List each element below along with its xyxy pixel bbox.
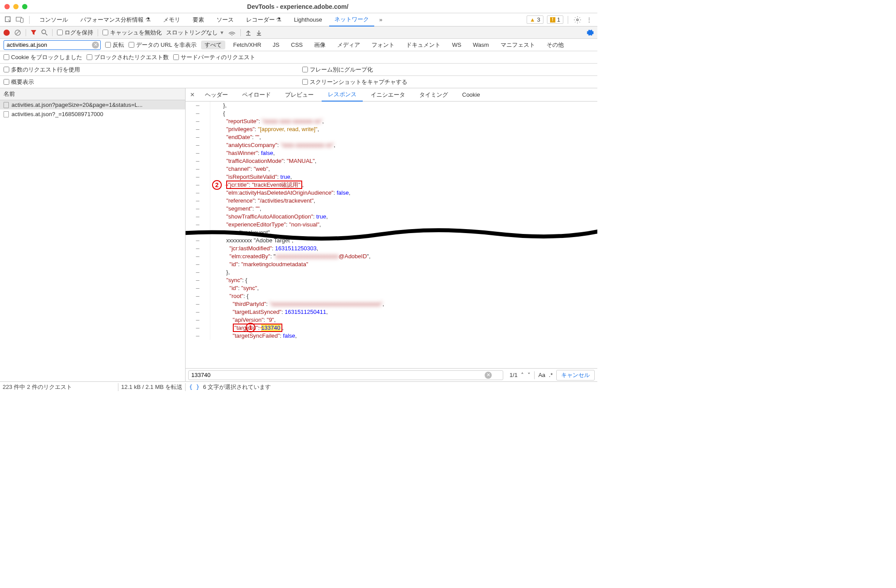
window-title: DevTools - experience.adobe.com/ bbox=[27, 3, 568, 10]
invert-checkbox[interactable]: 反転 bbox=[105, 41, 124, 49]
svg-point-3 bbox=[577, 19, 578, 21]
network-options-row2: 概要表示 スクリーンショットをキャプチャする bbox=[0, 76, 597, 88]
upload-har-icon[interactable] bbox=[245, 30, 251, 36]
network-settings-icon[interactable] bbox=[587, 29, 594, 36]
dtab-payload[interactable]: ペイロード bbox=[236, 88, 277, 102]
type-other[interactable]: その他 bbox=[543, 41, 567, 49]
network-filter-row2: Cookie をブロックしました ブロックされたリクエスト数 サードパーティのリ… bbox=[0, 51, 597, 64]
tab-elements[interactable]: 要素 bbox=[187, 13, 209, 26]
type-media[interactable]: メディア bbox=[334, 41, 364, 49]
blocked-cookies-checkbox[interactable]: Cookie をブロックしました bbox=[4, 53, 82, 61]
overview-checkbox[interactable]: 概要表示 bbox=[4, 78, 34, 86]
minimize-window-button[interactable] bbox=[13, 4, 19, 9]
search-next-icon[interactable]: ˅ bbox=[528, 372, 531, 378]
close-detail-icon[interactable]: ✕ bbox=[187, 90, 197, 100]
download-har-icon[interactable] bbox=[256, 30, 262, 36]
file-icon bbox=[4, 111, 9, 117]
request-row[interactable]: activities.at.json?pageSize=20&page=1&st… bbox=[0, 100, 185, 109]
svg-rect-2 bbox=[21, 18, 23, 23]
network-options-row1: 多数のリクエスト行を使用 フレーム別にグループ化 bbox=[0, 64, 597, 76]
network-main: 名前 activities.at.json?pageSize=20&page=1… bbox=[0, 88, 597, 381]
network-conditions-icon[interactable] bbox=[228, 30, 236, 36]
request-list-header: 名前 bbox=[0, 88, 185, 100]
status-request-count: 223 件中 2 件のリクエスト bbox=[3, 383, 115, 391]
warnings-badge[interactable]: ▲3 bbox=[527, 15, 543, 24]
type-js[interactable]: JS bbox=[269, 41, 283, 49]
preserve-log-checkbox[interactable]: ログを保持 bbox=[57, 29, 93, 37]
tab-memory[interactable]: メモリ bbox=[158, 13, 186, 26]
type-wasm[interactable]: Wasm bbox=[469, 41, 492, 49]
status-bar: 223 件中 2 件のリクエスト 12.1 kB / 2.1 MB を転送 { … bbox=[0, 381, 597, 392]
filter-icon[interactable] bbox=[30, 30, 37, 36]
request-row[interactable]: activities.at.json?_=1685089717000 bbox=[0, 109, 185, 119]
annotation-2: 2→ bbox=[212, 180, 229, 190]
more-tabs-icon[interactable]: » bbox=[376, 15, 386, 25]
type-font[interactable]: フォント bbox=[368, 41, 398, 49]
inspect-icon[interactable] bbox=[4, 15, 13, 25]
type-doc[interactable]: ドキュメント bbox=[402, 41, 444, 49]
response-body[interactable]: —————————————————————————————— }, { "rep… bbox=[186, 102, 597, 381]
blocked-requests-checkbox[interactable]: ブロックされたリクエスト数 bbox=[87, 53, 169, 61]
disable-cache-checkbox[interactable]: キャッシュを無効化 bbox=[103, 29, 162, 37]
svg-line-7 bbox=[46, 34, 47, 35]
type-fetch-xhr[interactable]: Fetch/XHR bbox=[230, 41, 265, 49]
match-case-toggle[interactable]: Aa bbox=[538, 372, 545, 378]
tab-perf-insights[interactable]: パフォーマンス分析情報 ⚗ bbox=[75, 13, 156, 26]
kebab-icon[interactable]: ⋮ bbox=[584, 15, 594, 25]
tab-network[interactable]: ネットワーク bbox=[329, 13, 374, 26]
zoom-window-button[interactable] bbox=[22, 4, 27, 9]
dtab-headers[interactable]: ヘッダー bbox=[199, 88, 234, 102]
third-party-checkbox[interactable]: サードパーティのリクエスト bbox=[173, 53, 255, 61]
clear-filter-icon[interactable]: ✕ bbox=[92, 41, 99, 49]
dtab-preview[interactable]: プレビュー bbox=[279, 88, 320, 102]
tab-lighthouse[interactable]: Lighthouse bbox=[289, 13, 327, 26]
panel-tabs: コンソール パフォーマンス分析情報 ⚗ メモリ 要素 ソース レコーダー ⚗ L… bbox=[0, 13, 597, 26]
type-img[interactable]: 画像 bbox=[311, 41, 329, 49]
status-transfer-size: 12.1 kB / 2.1 MB を転送 bbox=[121, 383, 182, 391]
hide-data-urls-checkbox[interactable]: データの URL を非表示 bbox=[129, 41, 197, 49]
network-filter-bar: ✕ 反転 データの URL を非表示 すべて Fetch/XHR JS CSS … bbox=[0, 39, 597, 51]
dtab-initiator[interactable]: イニシエータ bbox=[364, 88, 411, 102]
network-toolbar: ログを保持 キャッシュを無効化 スロットリングなし ▾ bbox=[0, 26, 597, 39]
filter-text-input[interactable] bbox=[4, 40, 101, 50]
throttling-select[interactable]: スロットリングなし ▾ bbox=[166, 29, 224, 37]
tab-recorder[interactable]: レコーダー ⚗ bbox=[241, 13, 287, 26]
request-detail: ✕ ヘッダー ペイロード プレビュー レスポンス イニシエータ タイミング Co… bbox=[186, 88, 597, 381]
group-by-frame-checkbox[interactable]: フレーム別にグループ化 bbox=[302, 66, 373, 74]
screenshots-checkbox[interactable]: スクリーンショットをキャプチャする bbox=[302, 78, 407, 86]
dtab-timing[interactable]: タイミング bbox=[413, 88, 454, 102]
search-icon[interactable] bbox=[41, 29, 48, 36]
request-list: 名前 activities.at.json?pageSize=20&page=1… bbox=[0, 88, 186, 381]
record-button[interactable] bbox=[4, 30, 10, 36]
pretty-print-icon[interactable]: { } bbox=[189, 384, 199, 390]
large-rows-checkbox[interactable]: 多数のリクエスト行を使用 bbox=[4, 66, 80, 74]
dtab-cookies[interactable]: Cookie bbox=[456, 88, 486, 102]
cancel-search-button[interactable]: キャンセル bbox=[556, 370, 595, 381]
close-window-button[interactable] bbox=[4, 4, 10, 9]
file-icon bbox=[4, 102, 9, 108]
issues-badge[interactable]: !1 bbox=[547, 15, 563, 24]
svg-point-8 bbox=[232, 34, 232, 35]
annotation-1: 1→ bbox=[246, 323, 263, 332]
tab-console[interactable]: コンソール bbox=[34, 13, 73, 26]
type-css[interactable]: CSS bbox=[288, 41, 307, 49]
settings-icon[interactable] bbox=[573, 15, 582, 25]
detail-tabs: ✕ ヘッダー ペイロード プレビュー レスポンス イニシエータ タイミング Co… bbox=[186, 88, 597, 102]
device-toggle-icon[interactable] bbox=[15, 15, 25, 25]
svg-point-6 bbox=[42, 30, 46, 34]
search-prev-icon[interactable]: ˄ bbox=[521, 372, 524, 378]
traffic-lights bbox=[4, 4, 27, 9]
window-titlebar: DevTools - experience.adobe.com/ bbox=[0, 0, 597, 13]
response-search-input[interactable] bbox=[188, 370, 503, 380]
tab-sources[interactable]: ソース bbox=[211, 13, 239, 26]
response-search-bar: ✕ 1/1 ˄ ˅ Aa .* キャンセル bbox=[186, 368, 597, 381]
type-manifest[interactable]: マニフェスト bbox=[497, 41, 539, 49]
status-selection: 6 文字が選択されています bbox=[203, 383, 271, 391]
clear-search-icon[interactable]: ✕ bbox=[485, 372, 492, 379]
type-all[interactable]: すべて bbox=[201, 41, 225, 49]
clear-icon[interactable] bbox=[14, 29, 21, 36]
svg-line-5 bbox=[16, 30, 19, 34]
dtab-response[interactable]: レスポンス bbox=[322, 88, 363, 102]
regex-toggle[interactable]: .* bbox=[549, 372, 553, 378]
type-ws[interactable]: WS bbox=[448, 41, 465, 49]
